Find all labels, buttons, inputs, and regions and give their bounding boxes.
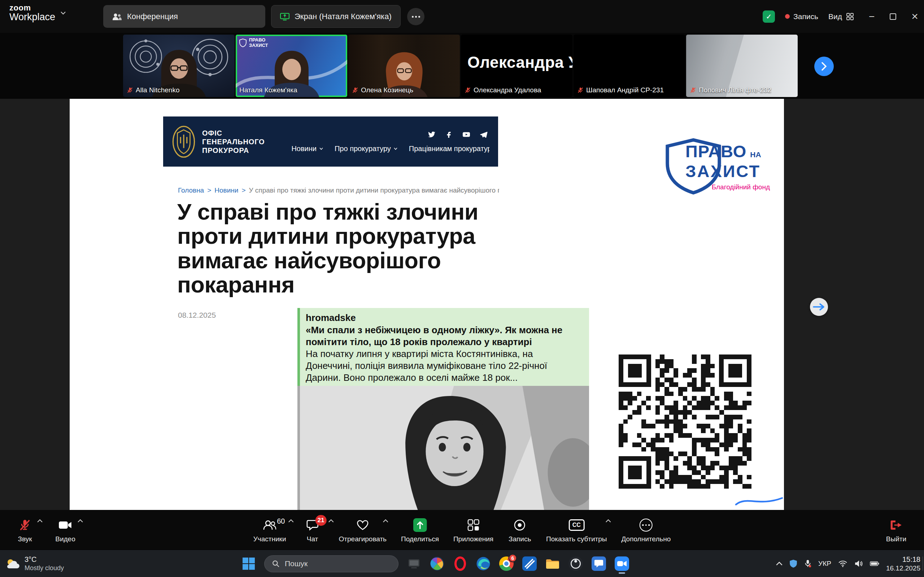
telegram-icon (479, 130, 488, 139)
breadcrumb: Головна>Новини>У справі про тяжкі злочин… (178, 187, 499, 194)
participant-tile-natalia-active-speaker[interactable]: ПРАВО ЗАХИСТ Наталя Кожем'яка (236, 35, 347, 97)
article-headline: У справі про тяжкі злочини проти дитини … (177, 200, 484, 297)
video-options-chevron[interactable] (78, 516, 83, 524)
show-desktop-button[interactable] (922, 556, 924, 571)
fund-subtitle: Благодійний фонд (685, 183, 770, 191)
start-button[interactable] (241, 556, 256, 571)
participant-name: Шаповал Андрій СР-231 (586, 86, 664, 94)
security-shield-icon[interactable]: ✓ (762, 10, 775, 23)
qr-finder-icon (719, 355, 751, 387)
volume-icon[interactable] (855, 560, 863, 567)
participant-nameplate: Олександра Удалова (465, 86, 541, 94)
participants-count-badge: 60 (277, 517, 285, 525)
maximize-button[interactable] (890, 13, 896, 20)
brand-workplace: Workplace (10, 12, 55, 22)
heart-icon (357, 518, 369, 532)
react-options-chevron[interactable] (383, 516, 388, 524)
chevron-right-icon (821, 62, 827, 71)
fund-logo-text: ПРАВОНА ЗАХИСТ Благодійний фонд (685, 141, 770, 191)
chevron-down-icon (60, 11, 66, 15)
taskbar-app-obs-icon[interactable] (568, 556, 583, 571)
more-icon (640, 518, 653, 532)
captions-button[interactable]: CC Показать субтитры (546, 516, 607, 543)
tray-expand-chevron-icon[interactable] (776, 561, 782, 566)
zoom-workplace-logo[interactable]: zoom Workplace (10, 3, 66, 22)
screen-share-icon (280, 13, 289, 21)
recording-indicator: Запись (785, 12, 818, 21)
taskbar-search[interactable]: Пошук (264, 555, 399, 572)
participants-button[interactable]: Участники 60 (254, 516, 286, 543)
weather-widget[interactable]: 3°C Mostly cloudy (5, 550, 64, 577)
hromadske-quote-card: hromadske «Ми спали з небіжчицею в одном… (297, 308, 589, 387)
record-button[interactable]: Запись (508, 516, 531, 543)
video-button[interactable]: Видео (53, 516, 77, 543)
taskbar-app-window-icon[interactable] (406, 556, 422, 571)
tab-screen-share[interactable]: Экран (Наталя Кожем'яка) (271, 5, 401, 28)
participant-tile-popovych[interactable]: Попович Лілія фте-232 (686, 35, 798, 97)
mic-muted-icon (577, 87, 584, 93)
audio-button[interactable]: Звук (13, 516, 37, 543)
tray-security-shield-icon[interactable] (789, 559, 797, 568)
taskbar-app-edge-icon[interactable] (476, 556, 491, 571)
layout-grid-icon (846, 13, 854, 20)
quote-title: «Ми спали з небіжчицею в одному ліжку». … (306, 324, 582, 348)
share-screen-icon (413, 518, 426, 532)
apps-icon (467, 518, 480, 532)
close-button[interactable]: × (911, 10, 918, 23)
participant-nameplate: Попович Лілія фте-232 (690, 86, 771, 94)
taskbar-app-zoom-icon[interactable] (614, 556, 630, 571)
taskbar-app-chrome-icon[interactable]: 6 (499, 556, 514, 571)
leave-button[interactable]: Выйти (884, 516, 908, 543)
next-participants-button[interactable] (814, 56, 834, 76)
apps-label: Приложения (453, 535, 493, 543)
chat-unread-badge: 21 (315, 515, 327, 526)
org-name: ОФІС ГЕНЕРАЛЬНОГО ПРОКУРОРА (202, 129, 265, 154)
taskbar-apps: Пошук 6 (241, 550, 630, 577)
tab-conference[interactable]: Конференция (103, 5, 265, 28)
qr-finder-icon (619, 456, 651, 488)
participant-tile-oleksandra[interactable]: Олександра Уд... Олександра Удалова (461, 35, 572, 97)
mic-muted-icon (18, 518, 31, 532)
captions-options-chevron[interactable] (605, 516, 611, 524)
taskbar-clock[interactable]: 15:18 16.12.2025 (886, 555, 921, 573)
weather-cloud-icon (5, 558, 21, 570)
tab-options-button[interactable] (407, 8, 425, 25)
arrow-right-icon (813, 303, 825, 311)
react-button[interactable]: Отреагировать (339, 516, 387, 543)
taskbar-app-photos-icon[interactable] (430, 556, 445, 571)
apps-button[interactable]: Приложения (453, 516, 493, 543)
language-indicator[interactable]: УКР (818, 560, 831, 567)
wifi-icon[interactable] (838, 560, 848, 567)
annotation-scribble (734, 494, 784, 509)
qr-finder-icon (619, 355, 651, 387)
org-line: ГЕНЕРАЛЬНОГО (202, 138, 265, 145)
taskbar-app-chat-icon[interactable] (591, 556, 606, 571)
tray-mic-icon[interactable] (804, 559, 811, 568)
shared-screen-stage: ОФІС ГЕНЕРАЛЬНОГО ПРОКУРОРА Новини Про п… (0, 99, 924, 510)
chat-button[interactable]: Чат 21 (300, 516, 325, 543)
minimize-button[interactable]: − (869, 11, 874, 23)
mini-logo-line1: ПРАВО (249, 37, 268, 43)
participant-tile-shapoval[interactable]: Шаповал Андрій СР-231 (573, 35, 685, 97)
annotation-arrow-button[interactable] (810, 298, 828, 316)
taskbar-app-explorer-icon[interactable] (545, 556, 560, 571)
audio-options-chevron[interactable] (37, 516, 43, 524)
more-button[interactable]: Дополнительно (622, 516, 671, 543)
breadcrumb-separator: > (241, 187, 246, 194)
menu-item-staff: Працівникам прокуратури (409, 145, 489, 153)
site-menu: Новини Про прокуратуру Працівникам проку… (271, 145, 489, 153)
more-label: Дополнительно (622, 535, 671, 543)
taskbar-app-opera-icon[interactable] (452, 556, 468, 571)
taskbar-app-media-icon[interactable] (522, 556, 537, 571)
captions-label: Показать субтитры (546, 535, 607, 543)
share-screen-button[interactable]: Поделиться (401, 516, 439, 543)
participants-options-chevron[interactable] (288, 516, 294, 524)
participant-tile-alla[interactable]: Alla Nitchenko (123, 35, 234, 97)
chat-options-chevron[interactable] (328, 516, 334, 524)
battery-icon[interactable] (870, 561, 879, 567)
view-button[interactable]: Вид (828, 12, 854, 21)
mic-muted-icon (465, 87, 471, 93)
view-label: Вид (828, 12, 842, 21)
tab-screen-label: Экран (Наталя Кожем'яка) (294, 12, 392, 21)
participant-tile-olena[interactable]: Олена Козинець (348, 35, 460, 97)
